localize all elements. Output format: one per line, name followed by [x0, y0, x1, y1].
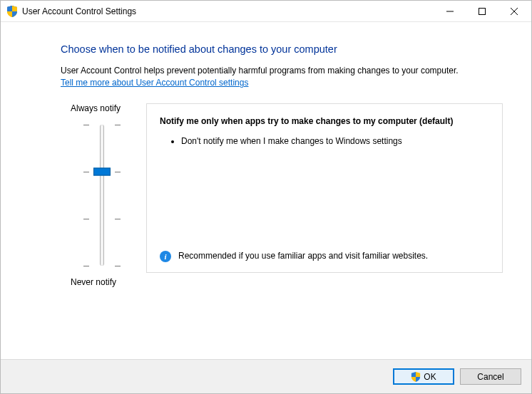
- level-title: Notify me only when apps try to make cha…: [160, 115, 489, 127]
- slider-tick: [81, 219, 123, 219]
- info-icon: i: [160, 251, 171, 262]
- main-row: Always notify Never notify Notify me onl…: [61, 103, 503, 287]
- shield-icon: [411, 372, 421, 382]
- cancel-button-label: Cancel: [477, 372, 503, 382]
- close-button[interactable]: [498, 1, 530, 21]
- slider-top-label: Always notify: [61, 103, 121, 113]
- window-title: User Account Control Settings: [22, 6, 434, 16]
- level-bullets: Don't notify me when I make changes to W…: [160, 135, 489, 147]
- minimize-button[interactable]: [434, 1, 466, 21]
- button-bar: OK Cancel: [1, 359, 531, 393]
- shield-icon: [6, 6, 18, 17]
- level-description-panel: Notify me only when apps try to make cha…: [146, 103, 503, 273]
- svg-rect-1: [479, 8, 485, 14]
- slider-rail: [100, 125, 104, 266]
- learn-more-link[interactable]: Tell me more about User Account Control …: [61, 78, 248, 88]
- page-description: User Account Control helps prevent poten…: [61, 65, 503, 76]
- window-controls: [434, 1, 530, 21]
- slider-thumb[interactable]: [93, 168, 111, 176]
- titlebar: User Account Control Settings: [1, 1, 531, 22]
- content-area: Choose when to be notified about changes…: [1, 22, 531, 359]
- notification-level-slider[interactable]: [81, 120, 123, 270]
- cancel-button[interactable]: Cancel: [460, 368, 521, 385]
- recommendation-footer: i Recommended if you use familiar apps a…: [160, 250, 489, 262]
- ok-button[interactable]: OK: [393, 368, 454, 385]
- ok-button-label: OK: [424, 372, 436, 382]
- page-heading: Choose when to be notified about changes…: [61, 43, 503, 55]
- slider-column: Always notify Never notify: [61, 103, 143, 287]
- uac-settings-window: User Account Control Settings Choose whe…: [0, 0, 532, 394]
- recommendation-text: Recommended if you use familiar apps and…: [178, 250, 428, 261]
- slider-tick: [81, 125, 123, 125]
- slider-tick: [81, 266, 123, 266]
- maximize-button[interactable]: [466, 1, 498, 21]
- level-bullet: Don't notify me when I make changes to W…: [181, 135, 489, 147]
- slider-bottom-label: Never notify: [61, 277, 116, 287]
